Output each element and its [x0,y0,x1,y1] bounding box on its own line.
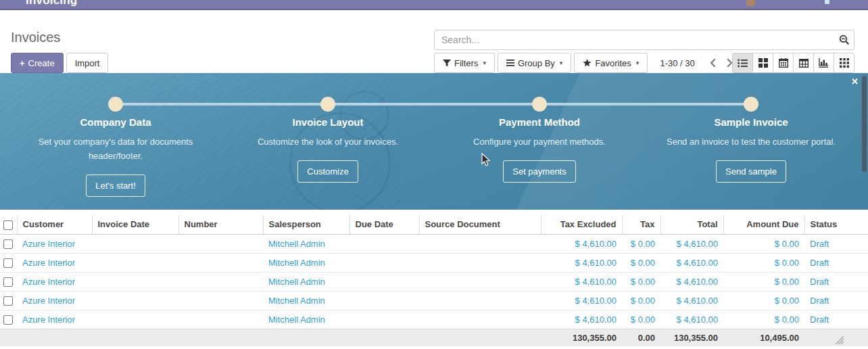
cell-number[interactable] [178,310,263,329]
user-avatar[interactable] [746,0,755,6]
cell-invoice-date[interactable] [92,234,178,253]
cell-total[interactable]: $ 4,610.00 [660,291,723,310]
cell-due-date[interactable] [349,234,419,253]
row-checkbox[interactable] [3,239,13,249]
cell-tax-excluded[interactable]: $ 4,610.00 [541,253,622,272]
cell-customer[interactable]: Azure Interior [17,272,92,291]
cell-invoice-date[interactable] [92,272,178,291]
cell-status[interactable]: Draft [804,310,868,329]
cell-source-document[interactable] [419,253,541,272]
column-header-customer[interactable]: Customer [17,215,92,234]
resize-grip-icon[interactable] [833,335,844,344]
app-name-menu[interactable]: Invoicing [26,0,77,7]
graph-view-button[interactable] [813,53,834,73]
cell-due-date[interactable] [349,253,419,272]
search-icon[interactable] [839,34,850,45]
cell-tax[interactable]: $ 0.00 [622,272,660,291]
scrollbar-thumb[interactable] [862,76,867,172]
list-view-button[interactable] [732,53,753,73]
column-header-status[interactable]: Status [804,215,868,234]
column-header-number[interactable]: Number [178,215,263,234]
cell-total[interactable]: $ 4,610.00 [660,272,723,291]
cell-amount-due[interactable]: $ 0.00 [723,291,804,310]
group-by-button[interactable]: Group By ▾ [498,53,571,73]
column-header-salesperson[interactable]: Salesperson [263,215,349,234]
activity-view-button[interactable] [834,53,854,73]
cell-due-date[interactable] [349,272,419,291]
filters-button[interactable]: Filters ▾ [434,53,495,73]
column-header-source-document[interactable]: Source Document [419,215,541,234]
column-header-tax-excluded[interactable]: Tax Excluded [541,215,622,234]
set-payments-button[interactable]: Set payments [503,160,576,183]
row-checkbox[interactable] [3,258,13,268]
cell-salesperson[interactable]: Mitchell Admin [263,272,349,291]
pager-previous-button[interactable] [704,57,721,69]
cell-tax[interactable]: $ 0.00 [622,234,660,253]
cell-status[interactable]: Draft [804,291,868,310]
cell-status[interactable]: Draft [804,272,868,291]
column-header-tax[interactable]: Tax [622,215,660,234]
pivot-view-button[interactable] [793,53,814,73]
cell-source-document[interactable] [419,310,541,329]
cell-tax-excluded[interactable]: $ 4,610.00 [541,272,622,291]
column-header-invoice-date[interactable]: Invoice Date [92,215,178,234]
cell-invoice-date[interactable] [92,310,178,329]
row-checkbox[interactable] [3,277,13,287]
cell-salesperson[interactable]: Mitchell Admin [263,291,349,310]
close-icon[interactable]: ✕ [851,77,859,86]
column-header-amount-due[interactable]: Amount Due [723,215,804,234]
cell-customer[interactable]: Azure Interior [17,234,92,253]
navbar-right-icon[interactable] [825,0,829,4]
cell-salesperson[interactable]: Mitchell Admin [263,310,349,329]
search-input[interactable] [434,30,854,50]
cell-status[interactable]: Draft [804,234,868,253]
cell-amount-due[interactable]: $ 0.00 [723,253,804,272]
row-checkbox[interactable] [3,296,13,306]
cell-salesperson[interactable]: Mitchell Admin [263,253,349,272]
cell-customer[interactable]: Azure Interior [17,253,92,272]
cell-tax[interactable]: $ 0.00 [622,291,660,310]
create-button[interactable]: + Create [11,53,64,73]
table-row[interactable]: Azure Interior Mitchell Admin $ 4,610.00… [0,253,868,272]
send-sample-button[interactable]: Send sample [716,160,786,183]
table-row[interactable]: Azure Interior Mitchell Admin $ 4,610.00… [0,234,868,253]
import-button[interactable]: Import [66,53,109,73]
column-header-due-date[interactable]: Due Date [349,215,419,234]
cell-amount-due[interactable]: $ 0.00 [723,310,804,329]
customize-button[interactable]: Customize [297,160,358,183]
cell-number[interactable] [178,234,263,253]
cell-customer[interactable]: Azure Interior [17,310,92,329]
cell-invoice-date[interactable] [92,253,178,272]
cell-due-date[interactable] [349,310,419,329]
cell-source-document[interactable] [419,272,541,291]
lets-start-button[interactable]: Let's start! [86,174,145,197]
table-row[interactable]: Azure Interior Mitchell Admin $ 4,610.00… [0,291,868,310]
row-checkbox[interactable] [3,315,13,325]
cell-invoice-date[interactable] [92,291,178,310]
cell-amount-due[interactable]: $ 0.00 [723,272,804,291]
column-header-total[interactable]: Total [660,215,723,234]
favorites-button[interactable]: Favorites ▾ [574,53,648,73]
cell-amount-due[interactable]: $ 0.00 [723,234,804,253]
kanban-view-button[interactable] [752,53,773,73]
cell-due-date[interactable] [349,291,419,310]
table-row[interactable]: Azure Interior Mitchell Admin $ 4,610.00… [0,272,868,291]
cell-tax-excluded[interactable]: $ 4,610.00 [541,310,622,329]
cell-tax[interactable]: $ 0.00 [622,253,660,272]
cell-tax-excluded[interactable]: $ 4,610.00 [541,291,622,310]
cell-number[interactable] [178,291,263,310]
cell-source-document[interactable] [419,234,541,253]
cell-source-document[interactable] [419,291,541,310]
cell-total[interactable]: $ 4,610.00 [660,234,723,253]
cell-customer[interactable]: Azure Interior [17,291,92,310]
cell-tax[interactable]: $ 0.00 [622,310,660,329]
cell-number[interactable] [178,253,263,272]
cell-status[interactable]: Draft [804,253,868,272]
cell-total[interactable]: $ 4,610.00 [660,253,723,272]
calendar-view-button[interactable] [773,53,794,73]
cell-total[interactable]: $ 4,610.00 [660,310,723,329]
table-row[interactable]: Azure Interior Mitchell Admin $ 4,610.00… [0,310,868,329]
select-all-checkbox[interactable] [3,220,13,230]
cell-salesperson[interactable]: Mitchell Admin [263,234,349,253]
cell-number[interactable] [178,272,263,291]
